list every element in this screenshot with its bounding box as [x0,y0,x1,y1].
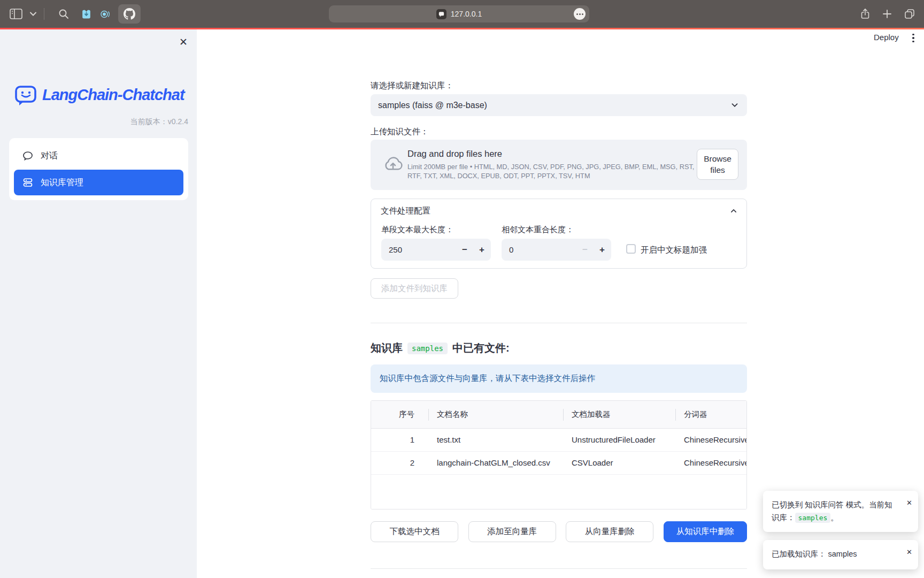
brand-logo-icon [14,83,37,107]
database-icon [22,177,33,188]
browse-files-button[interactable]: Browse files [697,149,738,180]
app-root: 127.0.0.1 [0,0,924,578]
chunk-size-input[interactable]: 250 − + [381,239,491,261]
brand: LangChain-Chatchat [14,83,184,107]
bottom-divider [371,568,747,569]
expander-header[interactable]: 文件处理配置 [371,199,746,223]
chunk-size-label: 单段文本最大长度： [381,225,453,235]
share-icon[interactable] [860,8,871,20]
sidebar-item-knowledge-base[interactable]: 知识库管理 [14,170,183,195]
toast-kb-code: samples [795,513,831,523]
chevron-up-icon [728,206,739,216]
chat-bubble-icon [22,150,33,161]
kb-select-value: samples (faiss @ m3e-base) [378,101,487,110]
brand-title: LangChain-Chatchat [42,86,184,104]
chunk-size-value: 250 [389,245,402,254]
section-divider [371,323,747,323]
cloud-upload-icon [382,154,404,175]
uploader-label: 上传知识文件： [371,126,429,138]
file-config-expander: 文件处理配置 单段文本最大长度： 250 − + 相邻文本重合长度： 0 − +… [371,199,747,269]
col-header-docname[interactable]: 文档名称 [428,401,563,428]
tab-overview-icon[interactable] [904,8,915,20]
overlap-minus-button[interactable]: − [577,239,593,261]
select-chevron-down-icon [729,99,741,111]
sidebar-item-label: 知识库管理 [41,177,83,188]
files-table: 序号 文档名称 文档加载器 分词器 1 test.txt Unstructure… [371,400,747,509]
download-selected-button[interactable]: 下载选中文档 [371,521,458,542]
toast-mode-switched: 已切换到 知识库问答 模式。当前知识库：samples。 ✕ [763,491,918,532]
dropzone-title: Drag and drop files here [407,149,502,159]
table-header-row: 序号 文档名称 文档加载器 分词器 [371,401,746,428]
site-favicon [436,9,446,19]
github-icon [124,8,135,20]
zh-title-checkbox[interactable] [626,244,636,254]
sidebar-item-label: 对话 [41,150,58,162]
version-text: 当前版本：v0.2.4 [0,117,188,127]
search-icon[interactable] [58,9,69,19]
chunk-minus-button[interactable]: − [457,239,473,261]
add-to-vector-button[interactable]: 添加至向量库 [468,521,556,542]
main-menu-kebab-icon[interactable] [908,32,919,44]
table-row[interactable]: 2 langchain-ChatGLM_closed.csv CSVLoader… [371,451,746,474]
overlap-plus-button[interactable]: + [594,239,610,261]
expander-title: 文件处理配置 [381,206,430,217]
extension-icon[interactable] [574,8,586,20]
sidebar-item-dialogue[interactable]: 对话 [14,143,183,169]
sidebar-toggle-icon[interactable] [10,9,22,19]
pinned-tab-circles-icon[interactable] [99,9,111,20]
pinned-tab-bookmark-icon[interactable] [81,9,92,20]
kb-select-label: 请选择或新建知识库： [371,80,453,92]
chunk-plus-button[interactable]: + [474,239,490,261]
chevron-down-icon[interactable] [30,12,36,16]
files-heading: 知识库 samples 中已有文件: [371,341,510,355]
toolbar-divider [44,8,44,20]
kb-select[interactable]: samples (faiss @ m3e-base) [371,94,747,116]
new-tab-icon[interactable] [882,9,892,19]
overlap-label: 相邻文本重合长度： [502,225,574,235]
overlap-input[interactable]: 0 − + [502,239,611,261]
col-header-loader[interactable]: 文档加载器 [563,401,675,428]
url-text: 127.0.0.1 [451,10,482,18]
table-row[interactable]: 1 test.txt UnstructuredFileLoader Chines… [371,428,746,451]
toast-kb-loaded: 已加载知识库： samples ✕ [763,540,918,569]
delete-from-kb-button[interactable]: 从知识库中删除 [664,521,747,542]
add-files-button[interactable]: 添加文件到知识库 [371,278,458,299]
sidebar: ✕ LangChain-Chatchat 当前版本：v0.2.4 [0,29,197,578]
dropzone-limit-text: Limit 200MB per file • HTML, MD, JSON, C… [407,162,699,180]
zh-title-checkbox-label: 开启中文标题加强 [641,245,707,256]
col-header-index[interactable]: 序号 [371,401,428,428]
file-dropzone[interactable]: Drag and drop files here Limit 200MB per… [371,140,747,190]
col-header-splitter[interactable]: 分词器 [675,401,746,428]
active-tab-github[interactable] [118,4,141,24]
file-action-buttons: 下载选中文档 添加至向量库 从向量库删除 从知识库中删除 [371,521,747,542]
sidebar-close-icon[interactable]: ✕ [176,35,190,49]
sidebar-menu: 对话 知识库管理 [9,138,188,200]
overlap-value: 0 [509,245,513,254]
info-alert: 知识库中包含源文件与向量库，请从下表中选择文件后操作 [371,364,747,393]
table-empty-area [371,475,746,510]
kb-name-code: samples [407,343,448,354]
toast-close-icon[interactable]: ✕ [906,546,912,559]
delete-from-vector-button[interactable]: 从向量库删除 [566,521,653,542]
deploy-button[interactable]: Deploy [874,33,899,42]
browser-toolbar: 127.0.0.1 [0,0,924,28]
address-bar[interactable]: 127.0.0.1 [329,5,589,22]
toast-close-icon[interactable]: ✕ [906,497,912,509]
